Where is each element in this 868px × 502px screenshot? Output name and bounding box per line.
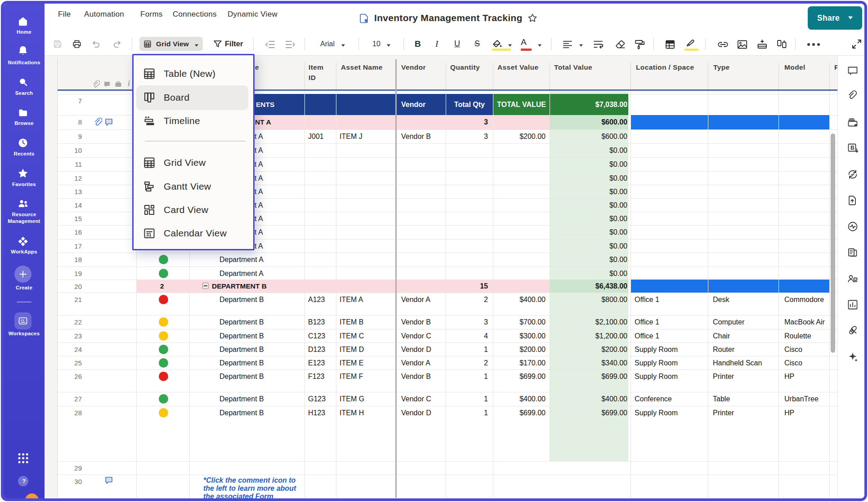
svg-text:31: 31: [146, 232, 152, 237]
svg-text:B: B: [850, 145, 855, 151]
